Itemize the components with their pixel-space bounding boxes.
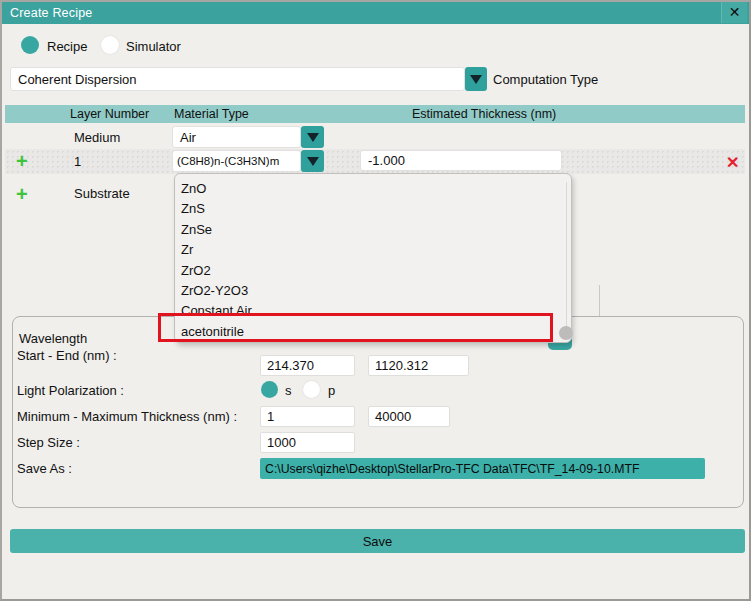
hidden-field-edge [599, 285, 600, 316]
computation-type-value: Coherent Dispersion [18, 72, 137, 87]
chevron-down-icon [470, 75, 482, 84]
polarization-s-radio[interactable] [261, 381, 278, 398]
window-title: Create Recipe [2, 6, 93, 20]
col-material-type: Material Type [174, 107, 249, 121]
title-bar[interactable]: Create Recipe ✕ [2, 2, 749, 24]
dropdown-item[interactable]: ZrO2 [175, 261, 571, 281]
save-button-label: Save [363, 534, 393, 549]
save-button[interactable]: Save [10, 529, 745, 553]
wavelength-end-value: 1120.312 [375, 358, 428, 373]
dropdown-item[interactable]: Zr [175, 240, 571, 260]
wavelength-start-value: 214.370 [267, 358, 314, 373]
dropdown-item[interactable]: ZnSe [175, 220, 571, 240]
col-layer-number: Layer Number [70, 107, 149, 121]
step-size-label: Step Size : [17, 435, 80, 450]
medium-material-value: Air [180, 130, 196, 145]
layer1-thickness-input[interactable]: -1.000 [360, 150, 562, 171]
recipe-radio[interactable] [21, 36, 39, 54]
delete-layer-icon[interactable]: ✕ [726, 153, 739, 172]
close-icon[interactable]: ✕ [721, 2, 747, 23]
thickness-range-label: Minimum - Maximum Thickness (nm) : [17, 409, 237, 424]
layer1-thickness-value: -1.000 [368, 153, 405, 168]
wavelength-end-input[interactable]: 1120.312 [368, 355, 469, 376]
add-layer-icon[interactable]: + [16, 152, 28, 170]
col-estimated-thickness: Estimated Thickness (nm) [412, 107, 556, 121]
dropdown-item[interactable]: ZnS [175, 199, 571, 219]
simulator-radio-label: Simulator [126, 39, 181, 54]
recipe-radio-label: Recipe [47, 39, 87, 54]
save-as-label: Save As : [17, 461, 72, 476]
medium-material-dropdown-button[interactable] [301, 126, 324, 148]
highlight-annotation-box [158, 313, 553, 342]
step-size-input[interactable]: 1000 [260, 432, 355, 453]
scrollbar-thumb[interactable] [559, 326, 573, 340]
polarization-p-radio[interactable] [303, 381, 320, 398]
layer1-material-value: (C8H8)n-(C3H3N)m [177, 155, 279, 167]
computation-type-dropdown-button[interactable] [465, 67, 487, 91]
layer1-row-label: 1 [74, 154, 81, 169]
simulator-radio[interactable] [101, 36, 119, 54]
table-header: Layer Number Material Type Estimated Thi… [5, 105, 745, 123]
save-as-path[interactable]: C:\Users\qizhe\Desktop\StellarPro-TFC Da… [260, 458, 705, 479]
save-as-path-value: C:\Users\qizhe\Desktop\StellarPro-TFC Da… [265, 462, 639, 476]
add-layer-icon[interactable]: + [16, 185, 28, 203]
thickness-min-input[interactable]: 1 [260, 406, 355, 427]
create-recipe-dialog: Create Recipe ✕ Recipe Simulator Coheren… [0, 0, 751, 601]
chevron-down-icon [307, 133, 319, 142]
thickness-max-input[interactable]: 40000 [368, 406, 450, 427]
layer1-material-select[interactable]: (C8H8)n-(C3H3N)m [172, 150, 301, 172]
substrate-row-label: Substrate [74, 186, 130, 201]
polarization-label: Light Polarization : [17, 383, 124, 398]
thickness-max-value: 40000 [375, 409, 411, 424]
medium-row-label: Medium [74, 130, 120, 145]
thickness-min-value: 1 [267, 409, 274, 424]
dropdown-item[interactable]: ZnO [175, 179, 571, 199]
computation-type-label: Computation Type [493, 72, 598, 87]
wavelength-start-input[interactable]: 214.370 [260, 355, 355, 376]
layer1-material-dropdown-button[interactable] [301, 150, 324, 172]
polarization-p-label: p [328, 383, 335, 398]
wavelength-label-line1: Wavelength [19, 331, 87, 346]
polarization-s-label: s [285, 383, 292, 398]
chevron-down-icon [307, 157, 319, 166]
computation-type-select[interactable]: Coherent Dispersion [10, 67, 465, 91]
medium-material-select[interactable]: Air [172, 126, 301, 148]
scrollbar-track[interactable] [566, 182, 567, 334]
step-size-value: 1000 [267, 435, 296, 450]
dropdown-item[interactable]: ZrO2-Y2O3 [175, 281, 571, 301]
wavelength-label-line2: Start - End (nm) : [17, 348, 117, 363]
